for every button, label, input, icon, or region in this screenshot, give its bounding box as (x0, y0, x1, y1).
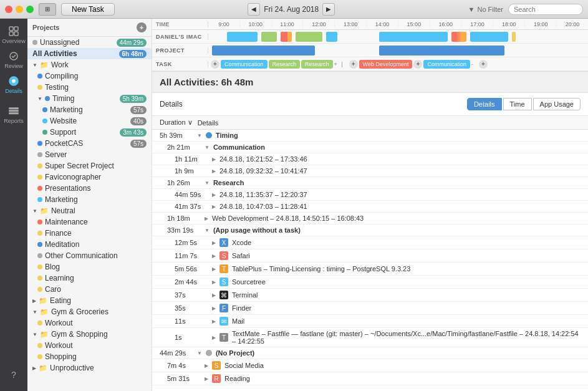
sidebar-item-support[interactable]: Support 3m 43s (27, 127, 152, 138)
textmate-expand[interactable]: ▶ (212, 335, 216, 340)
social-label: Social Media (224, 362, 264, 369)
tab-app-usage[interactable]: App Usage (533, 98, 581, 110)
comm-1-expand[interactable]: ▶ (212, 157, 216, 162)
sidebar-item-gym-groceries[interactable]: ▼ 📁 Gym & Groceries (27, 306, 152, 317)
app-usage-expand[interactable]: ▼ (205, 228, 210, 233)
detail-row-research[interactable]: 1h 26m ▼ Research (152, 177, 588, 189)
prev-date-button[interactable]: ◀ (248, 3, 260, 16)
sidebar-item-blog[interactable]: Blog (27, 261, 152, 273)
zoom-window-button[interactable] (26, 6, 34, 13)
sidebar-item-timing[interactable]: ▼ Timing 5h 39m (27, 93, 152, 104)
mail-expand[interactable]: ▶ (212, 319, 216, 324)
sidebar-item-website[interactable]: Website 40s (27, 115, 152, 127)
comm-expand[interactable]: ▼ (205, 145, 210, 150)
sidebar-item-server[interactable]: Server (27, 149, 152, 160)
terminal-expand[interactable]: ▶ (212, 292, 216, 298)
sidebar-item-presentations[interactable]: Presentations (27, 183, 152, 194)
task-bar-comm1[interactable]: Communication (221, 60, 267, 69)
detail-row-sourcetree[interactable]: 2m 44s ▶ S Sourcetree (152, 276, 588, 289)
sidebar-item-workout2[interactable]: Workout (27, 340, 152, 351)
safari-expand[interactable]: ▶ (212, 253, 216, 259)
add-project-button[interactable]: + (137, 22, 147, 32)
detail-row-communication[interactable]: 2h 21m ▼ Communication (152, 142, 588, 153)
sidebar-item-neutral[interactable]: ▼ 📁 Neutral (27, 205, 152, 216)
sidebar-item-compiling[interactable]: Compiling (27, 70, 152, 82)
sidebar-item-learning[interactable]: Learning (27, 273, 152, 284)
task-bar-research2[interactable]: Research (301, 60, 333, 69)
sidebar-item-testing[interactable]: Testing (27, 82, 152, 93)
sidebar-item-faviconographer[interactable]: Faviconographer (27, 171, 152, 183)
help-button[interactable]: ? (2, 364, 25, 386)
detail-row-safari[interactable]: 11m 7s ▶ S Safari (152, 249, 588, 263)
comm-2-expand[interactable]: ▶ (212, 168, 216, 174)
reading-expand[interactable]: ▶ (205, 376, 208, 382)
search-input[interactable] (508, 4, 583, 15)
detail-row-mail[interactable]: 11s ▶ ✉ Mail (152, 315, 588, 328)
duration-filter[interactable]: Duration ∨ (160, 118, 193, 127)
detail-row-research-1[interactable]: 44m 59s ▶ 24.8.18, 11:35:37 – 12:20:37 (152, 189, 588, 201)
webdev-expand[interactable]: ▶ (205, 216, 208, 221)
sourcetree-expand[interactable]: ▶ (212, 279, 216, 285)
sidebar-item-other-comm[interactable]: Other Communication (27, 250, 152, 261)
timing-expand[interactable]: ▼ (197, 133, 202, 138)
minimize-window-button[interactable] (16, 6, 23, 13)
sidebar-item-workout[interactable]: Workout (27, 317, 152, 329)
detail-row-no-project[interactable]: 44m 29s ▼ (No Project) (152, 347, 588, 359)
task-bar-webdev[interactable]: Web Development (359, 60, 413, 69)
research-2-expand[interactable]: ▶ (212, 204, 216, 210)
detail-row-app-usage[interactable]: 33m 19s ▼ (App usage without a task) (152, 224, 588, 236)
next-date-button[interactable]: ▶ (322, 3, 335, 16)
sidebar-item-review[interactable]: Review (2, 49, 25, 71)
task-bar-comm2[interactable]: Communication (423, 60, 470, 69)
detail-row-timing[interactable]: 5h 39m ▼ Timing (152, 130, 588, 142)
sidebar-item-work[interactable]: ▼ 📁 Work (27, 59, 152, 70)
close-window-button[interactable] (5, 6, 12, 13)
sidebar-item-eating[interactable]: ▶ 📁 Eating (27, 295, 152, 306)
research-expand[interactable]: ▼ (205, 180, 210, 186)
sidebar-item-unassigned[interactable]: Unassigned 44m 29s (27, 37, 152, 48)
detail-row-finder[interactable]: 35s ▶ F Finder (152, 302, 588, 315)
add-task-2[interactable]: + (349, 60, 358, 69)
detail-row-comm-2[interactable]: 1h 9m ▶ 24.8.18, 09:32:32 – 10:41:47 (152, 165, 588, 177)
detail-row-comm-1[interactable]: 1h 11m ▶ 24.8.18, 16:21:52 – 17:33:46 (152, 153, 588, 165)
sidebar-item-all-activities[interactable]: All Activities 6h 48m (27, 48, 152, 59)
sidebar-item-gym-shopping[interactable]: ▼ 📁 Gym & Shopping (27, 329, 152, 340)
no-project-expand[interactable]: ▼ (197, 350, 202, 356)
detail-row-social-media[interactable]: 7m 4s ▶ S Social Media (152, 359, 588, 372)
xcode-expand[interactable]: ▶ (212, 240, 216, 246)
add-task-4[interactable]: + (479, 60, 488, 69)
sidebar-item-marketing[interactable]: Marketing 57s (27, 104, 152, 115)
detail-row-research-2[interactable]: 41m 37s ▶ 24.8.18, 10:47:03 – 11:28:41 (152, 201, 588, 213)
sidebar-item-reports[interactable]: Reports (2, 104, 25, 126)
sidebar-item-finance[interactable]: Finance (27, 228, 152, 239)
sidebar-item-details[interactable]: Details (2, 74, 25, 96)
sidebar-item-super-secret[interactable]: Super Secret Project (27, 160, 152, 171)
detail-row-xcode[interactable]: 12m 5s ▶ X Xcode (152, 236, 588, 249)
tab-time[interactable]: Time (503, 98, 532, 110)
add-task-1[interactable]: + (211, 60, 219, 69)
sidebar-item-pocketcas[interactable]: PocketCAS 57s (27, 138, 152, 149)
detail-row-reading[interactable]: 5m 31s ▶ R Reading (152, 372, 588, 385)
imac-bar-9 (512, 32, 516, 42)
sidebar-item-overview[interactable]: Overview (2, 24, 25, 46)
sidebar-item-shopping[interactable]: Shopping (27, 351, 152, 362)
detail-row-webdev[interactable]: 1h 18m ▶ Web Development – 24.8.18, 14:5… (152, 213, 588, 224)
tableplus-expand[interactable]: ▶ (212, 266, 216, 272)
add-task-3[interactable]: + (413, 60, 422, 69)
new-task-button[interactable]: New Task (61, 3, 115, 16)
sidebar-item-meditation[interactable]: Meditation (27, 239, 152, 250)
window-mode-button[interactable]: ⊞ (39, 3, 56, 16)
sidebar-item-unproductive[interactable]: ▶ 📁 Unproductive (27, 362, 152, 374)
sidebar-item-maintenance[interactable]: Maintenance (27, 216, 152, 228)
task-bar-research1[interactable]: Research (269, 60, 301, 69)
social-expand[interactable]: ▶ (205, 363, 208, 369)
finder-expand[interactable]: ▶ (212, 306, 216, 311)
detail-row-tableplus[interactable]: 5m 56s ▶ T TablePlus – Timing-Licensing … (152, 263, 588, 276)
sidebar-item-caro[interactable]: Caro (27, 284, 152, 295)
workout2-label: Workout (45, 341, 72, 350)
detail-row-terminal[interactable]: 37s ▶ ⌘ Terminal (152, 289, 588, 302)
tab-details[interactable]: Details (467, 98, 502, 110)
sidebar-item-marketing2[interactable]: Marketing (27, 194, 152, 205)
detail-row-textmate[interactable]: 1s ▶ T TextMate – Fastfile — fastlane (g… (152, 328, 588, 347)
research-1-expand[interactable]: ▶ (212, 192, 216, 198)
